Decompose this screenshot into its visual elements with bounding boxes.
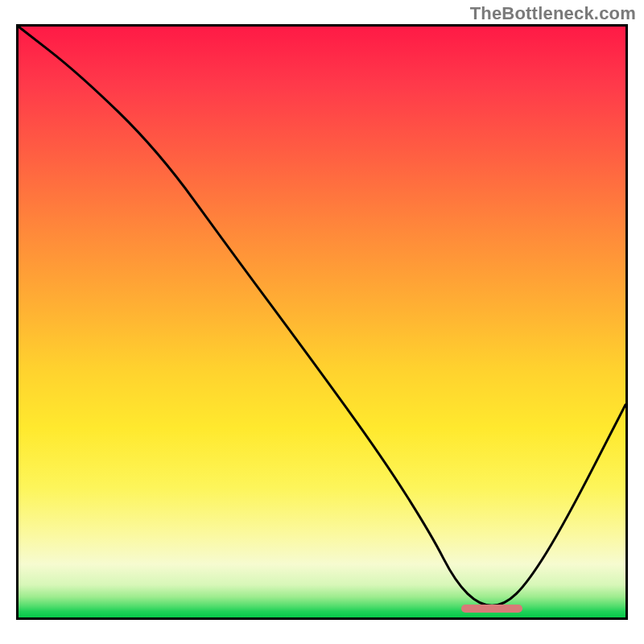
chart-frame: TheBottleneck.com <box>0 0 644 644</box>
plot-area <box>16 24 628 620</box>
bottleneck-curve <box>19 27 625 617</box>
watermark-text: TheBottleneck.com <box>470 3 636 24</box>
optimal-range-marker <box>461 605 522 613</box>
